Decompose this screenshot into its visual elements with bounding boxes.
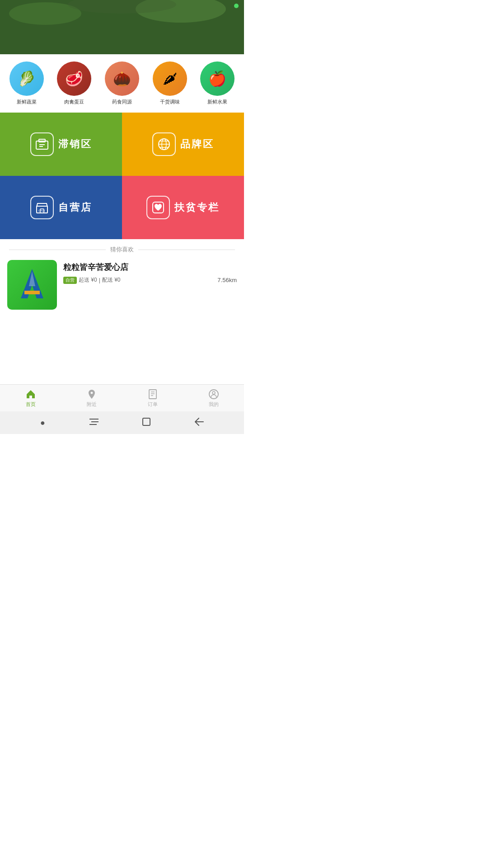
category-medicine[interactable]: 🌰 药食同源 [99,61,145,105]
store-logo [7,260,57,310]
separator: | [99,277,100,283]
category-vegetables[interactable]: 🥬 新鲜蔬菜 [4,61,50,105]
nav-home-label: 首页 [26,401,36,408]
store-badge: 自营 [63,277,77,284]
grid-banners: 滞销区 品牌区 OPEN 自营店 [0,113,244,239]
categories-row: 🥬 新鲜蔬菜 🥩 肉禽蛋豆 🌰 药食同源 🌶 干货调味 🍎 新鲜水果 [0,54,244,109]
category-spices[interactable]: 🌶 干货调味 [147,61,193,105]
banner-brand-icon [152,132,176,156]
cat-label-vegetables: 新鲜蔬菜 [17,99,37,105]
svg-rect-16 [149,390,156,399]
nav-profile-label: 我的 [209,401,219,408]
banner-clearance[interactable]: 滞销区 [0,113,122,176]
guess-you-like-label: 猜你喜欢 [110,245,134,254]
cat-label-fruit: 新鲜水果 [207,99,227,105]
wifi-indicator [234,4,239,8]
banner-selfrun-label: 自营店 [58,201,92,214]
divider-left [9,250,106,250]
bottom-nav: 首页 附近 订单 我的 [0,384,244,411]
store-name: 粒粒皆辛苦爱心店 [63,262,237,273]
store-min-order: 起送 ¥0 [79,276,97,284]
cat-label-meat: 肉禽蛋豆 [64,99,84,105]
cat-label-spices: 干货调味 [160,99,180,105]
store-delivery: 配送 ¥0 [102,276,121,284]
cat-circle-vegetables: 🥬 [9,61,44,96]
cat-label-medicine: 药食同源 [112,99,132,105]
banner-selfrun[interactable]: OPEN 自营店 [0,176,122,239]
banner-poverty-icon [146,196,170,219]
svg-rect-25 [143,418,150,425]
svg-rect-14 [24,291,40,294]
cat-circle-medicine: 🌰 [105,61,139,96]
banner-clearance-icon [30,132,54,156]
nav-nearby-label: 附近 [87,401,97,408]
sys-dot-btn[interactable]: ● [40,418,45,428]
banner-brand[interactable]: 品牌区 [122,113,244,176]
section-divider: 猜你喜欢 [0,239,244,260]
banner-brand-label: 品牌区 [180,137,214,151]
sys-menu-btn[interactable] [89,418,99,428]
nav-nearby[interactable]: 附近 [61,389,122,408]
banner-poverty-label: 扶贫专栏 [174,201,220,214]
cat-circle-spices: 🌶 [153,61,187,96]
banner-clearance-label: 滞销区 [58,137,92,151]
system-nav: ● [0,411,244,434]
nav-orders-label: 订单 [148,401,158,408]
sys-back-btn[interactable] [195,418,204,428]
category-fruit[interactable]: 🍎 新鲜水果 [194,61,240,105]
nav-orders[interactable]: 订单 [122,389,183,408]
hero-banner [0,0,244,54]
store-info: 粒粒皆辛苦爱心店 自营 起送 ¥0 | 配送 ¥0 7.56km [63,260,237,284]
sys-square-btn[interactable] [142,418,150,428]
store-meta: 自营 起送 ¥0 | 配送 ¥0 7.56km [63,276,237,284]
store-card[interactable]: 粒粒皆辛苦爱心店 自营 起送 ¥0 | 配送 ¥0 7.56km [0,260,244,317]
banner-selfrun-icon: OPEN [30,196,54,219]
svg-point-21 [212,392,215,394]
banner-poverty[interactable]: 扶贫专栏 [122,176,244,239]
svg-text:OPEN: OPEN [38,209,45,212]
cat-circle-fruit: 🍎 [200,61,235,96]
divider-right [138,250,235,250]
store-distance: 7.56km [217,277,237,283]
nav-home[interactable]: 首页 [0,389,61,408]
cat-circle-meat: 🥩 [57,61,91,96]
nav-profile[interactable]: 我的 [183,389,244,408]
category-meat[interactable]: 🥩 肉禽蛋豆 [52,61,98,105]
